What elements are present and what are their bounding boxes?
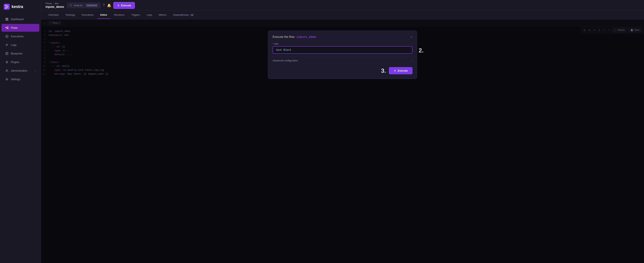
tab-metrics-label: Metrics [159, 14, 166, 16]
sidebar-item-plugins-label: Plugins [11, 60, 20, 64]
svg-rect-17 [6, 46, 7, 46]
tab-editor-label: Editor [100, 14, 108, 16]
sidebar-nav: Dashboard Flows [0, 14, 41, 263]
user-input-field[interactable] [273, 47, 412, 53]
sidebar-item-executions-label: Executions [11, 35, 24, 38]
svg-marker-14 [6, 36, 8, 37]
execute-modal: Execute the flow inputs_demo × * user [268, 30, 417, 79]
field-label-user: * user [272, 42, 412, 45]
chevron-right-advanced: › [412, 59, 412, 62]
tab-logs[interactable]: Logs [144, 11, 155, 19]
logo: kestra [0, 0, 41, 14]
execute-btn-top-label: Execute [121, 4, 131, 7]
svg-rect-8 [8, 28, 8, 29]
tab-metrics[interactable]: Metrics [156, 11, 170, 19]
step3-label: 3. [381, 67, 386, 74]
sidebar-item-settings-label: Settings [11, 78, 20, 81]
breadcrumb-sep: / [53, 2, 54, 5]
svg-marker-30 [394, 70, 396, 72]
sidebar-item-settings[interactable]: Settings [2, 75, 39, 83]
sidebar-item-plugins[interactable]: Plugins [2, 58, 39, 66]
play-icon [5, 35, 8, 38]
tab-triggers[interactable]: Triggers [128, 11, 143, 19]
topbar-actions: Jump to... Ctrl/Cmd K ? 🔔 Execute [67, 2, 135, 9]
svg-rect-15 [6, 44, 8, 44]
sidebar-item-executions[interactable]: Executions [2, 32, 39, 40]
bolt-icon-top [117, 4, 120, 7]
field-required-star: * [272, 42, 274, 45]
svg-line-28 [71, 6, 72, 6]
modal-execute-button[interactable]: Execute [389, 67, 412, 74]
svg-point-22 [7, 62, 7, 62]
modal-header: Execute the flow inputs_demo × [272, 35, 412, 39]
notification-icon[interactable]: 🔔 [107, 3, 111, 8]
breadcrumb-flows: Flows [46, 2, 52, 5]
svg-line-24 [8, 63, 8, 63]
modal-actions: 3. Execute [272, 67, 412, 74]
sidebar-item-logs[interactable]: Logs [2, 41, 39, 49]
tab-topology-label: Topology [65, 14, 75, 16]
svg-rect-5 [7, 20, 8, 20]
modal-title: Execute the flow inputs_demo [272, 35, 316, 39]
svg-rect-6 [6, 27, 6, 28]
sidebar-item-administration-label: Administration [11, 69, 28, 72]
breadcrumb: Flows / dev inputs_demo [46, 2, 64, 8]
field-input-wrapper [272, 46, 412, 54]
search-icon [70, 4, 72, 7]
svg-rect-2 [6, 18, 7, 19]
blueprint-icon [5, 52, 8, 55]
field-label-text: user [274, 42, 278, 45]
editor-area: › ⬡ Flow ▶ ⊞ ⬆ ⬇ ↺ ✓ ⋮ Actions 💾 Save [41, 20, 644, 263]
svg-point-27 [70, 4, 72, 6]
close-icon: × [410, 35, 412, 39]
search-bar[interactable]: Jump to... Ctrl/Cmd K [67, 2, 101, 8]
modal-title-text: Execute the flow [272, 35, 294, 38]
modal-close-button[interactable]: × [410, 36, 412, 39]
dependencies-badge: -1 [190, 14, 194, 16]
tabs-bar: Overview Topology Executions Editor Revi… [41, 11, 644, 20]
execute-button-top[interactable]: Execute [113, 2, 135, 9]
tab-revisions-label: Revisions [114, 14, 124, 16]
sidebar-item-flows-label: Flows [11, 26, 18, 29]
tab-executions-label: Executions [82, 14, 94, 16]
sidebar-item-dashboard-label: Dashboard [11, 18, 24, 21]
admin-icon [5, 69, 8, 72]
tab-dependencies[interactable]: Dependencies -1 [170, 11, 197, 19]
modal-user-field: * user [272, 42, 412, 54]
tab-editor[interactable]: Editor [97, 11, 110, 19]
page-title: inputs_demo [46, 5, 64, 8]
tab-executions[interactable]: Executions [79, 11, 96, 19]
advanced-config-label: Advanced configuration [272, 59, 298, 62]
step2-label: 2. [418, 47, 424, 54]
tab-overview[interactable]: Overview [46, 11, 62, 19]
rocket-icon [5, 60, 8, 64]
topbar: Flows / dev inputs_demo Jump to... Ctrl/… [41, 0, 644, 11]
svg-line-9 [6, 27, 7, 28]
modal-overlay: Execute the flow inputs_demo × * user [41, 20, 644, 263]
svg-marker-29 [118, 4, 119, 6]
svg-rect-3 [7, 18, 8, 19]
chevron-right-icon: › [35, 70, 36, 72]
sidebar-item-flows[interactable]: Flows [2, 24, 39, 32]
sidebar-item-administration[interactable]: Administration › [2, 67, 39, 74]
tab-topology[interactable]: Topology [62, 11, 78, 19]
grid-icon [5, 18, 8, 21]
sidebar-item-blueprints-label: Blueprints [11, 52, 22, 55]
modal-execute-label: Execute [398, 69, 408, 72]
svg-point-25 [6, 70, 8, 71]
sidebar-item-dashboard[interactable]: Dashboard [2, 15, 39, 23]
svg-rect-7 [8, 27, 8, 28]
bolt-icon-modal [394, 70, 396, 72]
tab-revisions[interactable]: Revisions [111, 11, 127, 19]
main-content: Flows / dev inputs_demo Jump to... Ctrl/… [41, 0, 644, 263]
tab-overview-label: Overview [48, 14, 58, 16]
list-icon [5, 43, 8, 47]
sidebar: kestra Dashboard [0, 0, 41, 263]
help-icon[interactable]: ? [103, 3, 105, 7]
gear-icon [5, 78, 8, 81]
flow-icon [5, 26, 8, 30]
svg-point-26 [6, 79, 8, 80]
svg-rect-4 [6, 20, 7, 20]
advanced-config-toggle[interactable]: Advanced configuration › [272, 57, 412, 64]
sidebar-item-blueprints[interactable]: Blueprints [2, 50, 39, 58]
